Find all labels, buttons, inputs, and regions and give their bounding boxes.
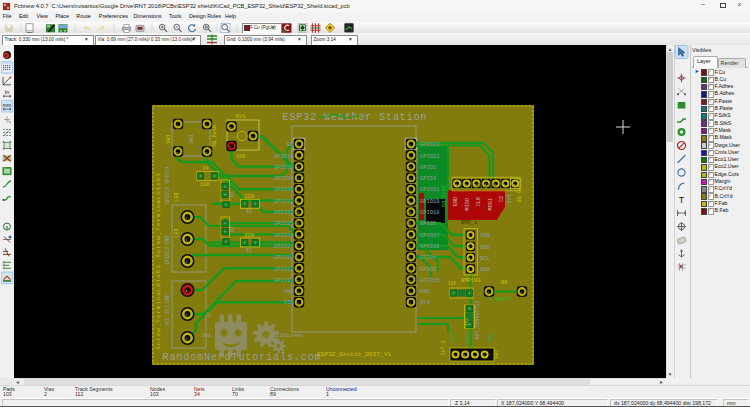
svg-text:VIN: VIN [480,233,490,239]
svg-text:GPIO13: GPIO13 [274,278,293,284]
svg-text:GPIO35: GPIO35 [274,187,293,193]
svg-text:D2: D2 [230,226,235,232]
svg-text:R6: R6 [501,280,507,286]
svg-text:330: 330 [244,193,255,200]
svg-text:LED: LED [174,192,180,201]
svg-text:RV1: RV1 [236,114,246,120]
svg-text:GPIO32: GPIO32 [274,199,293,205]
svg-text:ESP32_D: ESP32_D [295,205,300,225]
svg-text:GND: GND [480,245,490,251]
svg-text:GPIO4: GPIO4 [420,255,436,261]
svg-text:R1: R1 [246,209,252,214]
svg-text:GPIO1: GPIO1 [420,165,436,171]
svg-text:GPIO26: GPIO26 [274,233,293,239]
svg-text:CS: CS [499,196,505,202]
svg-text:In: In [5,89,10,95]
svg-text:R4: R4 [203,166,209,171]
svg-text:SD_CARD: SD_CARD [442,185,448,207]
svg-text:DHT_1: DHT_1 [441,340,447,355]
svg-text:Ohm: Ohm [202,333,211,339]
svg-text:DHT: DHT [494,349,500,358]
svg-text:LED: LED [174,228,180,237]
svg-text:GPIO25: GPIO25 [274,221,293,227]
svg-text:SDA: SDA [480,267,490,273]
svg-text:VIN: VIN [284,300,294,306]
svg-text:mm: mm [3,102,11,108]
svg-text:CLK: CLK [476,196,482,206]
svg-text:GPIO21: GPIO21 [420,187,439,193]
svg-text:GPIO5: GPIO5 [420,221,436,227]
svg-text:SW1: SW1 [166,134,172,143]
svg-text:10K: 10K [200,181,211,188]
svg-text:a: a [6,224,9,230]
svg-text:GPIO22: GPIO22 [420,154,439,160]
svg-text:GND: GND [488,334,493,343]
svg-text:NOT_CONNECTED: NOT_CONNECTED [475,300,481,339]
svg-text:VCC: VCC [451,334,456,343]
svg-text:GPIO36: GPIO36 [274,154,293,160]
svg-text:GPIO18: GPIO18 [420,210,439,216]
svg-text:GPIO12: GPIO12 [274,267,293,273]
svg-text:GPIO17: GPIO17 [420,233,439,239]
svg-text:ESP32_Devkit_DOIT_V1: ESP32_Devkit_DOIT_V1 [317,351,392,358]
svg-text:GND: GND [284,289,294,295]
svg-text:3V3: 3V3 [507,194,513,203]
svg-text:Screw_TerminaL01x03: Screw_TerminaL01x03 [155,172,162,258]
svg-text:D1: D1 [230,191,235,197]
svg-text:GPIO39: GPIO39 [274,165,293,171]
svg-text:GPIO13 GND: GPIO13 GND [165,235,170,264]
svg-text:SW1: SW1 [189,134,195,143]
svg-text:4K7: 4K7 [464,317,470,326]
svg-text:10K: 10K [448,281,457,286]
svg-text:GPIO33: GPIO33 [274,210,293,216]
svg-text:R2: R2 [246,248,252,253]
svg-text:GPIO2: GPIO2 [420,267,436,273]
svg-text:T: T [679,195,685,205]
svg-text:GPIO16: GPIO16 [420,244,439,250]
svg-text:MOSI: MOSI [488,198,494,210]
svg-text:BMP_1: BMP_1 [461,220,477,226]
svg-text:3V3: 3V3 [420,300,430,306]
svg-text:BMP180: BMP180 [461,278,480,284]
svg-text:GPIO27: GPIO27 [274,244,293,250]
svg-text:J2: J2 [206,312,211,318]
svg-text:GPIO34: GPIO34 [274,176,293,182]
svg-text:GPIO19: GPIO19 [420,199,439,205]
svg-text:GPIO23: GPIO23 [420,142,439,148]
svg-text:GPIO3: GPIO3 [420,176,436,182]
svg-text:GND: GND [453,197,459,206]
svg-text:GPIO15: GPIO15 [420,278,439,284]
svg-text:DATA: DATA [466,332,471,344]
svg-text:SD_CARD: SD_CARD [476,183,496,188]
svg-text:GPIO14: GPIO14 [274,255,293,261]
svg-text:ESP32 Weather Station: ESP32 Weather Station [283,112,428,123]
svg-text:SCL: SCL [480,256,490,262]
svg-text:EN: EN [287,142,293,148]
svg-text:10K: 10K [236,154,246,160]
svg-text:VCC 3V3 GND: VCC 3V3 GND [165,294,170,326]
svg-text:Screw_TerminaL01x03: Screw_TerminaL01x03 [155,264,162,350]
svg-text:SW_Push: SW_Push [212,125,218,147]
svg-text:GPIO12 GPIO14: GPIO12 GPIO14 [165,166,170,204]
svg-text:RandomNerdTutorials.com: RandomNerdTutorials.com [162,352,321,363]
svg-text:GND: GND [420,289,430,295]
svg-text:R_PHOTO: R_PHOTO [489,297,512,303]
svg-text:330: 330 [244,232,255,239]
svg-text:ESP32_D: ESP32_D [407,205,412,225]
svg-text:SD_CARD1: SD_CARD1 [517,178,523,203]
svg-text:MISO: MISO [465,198,471,210]
